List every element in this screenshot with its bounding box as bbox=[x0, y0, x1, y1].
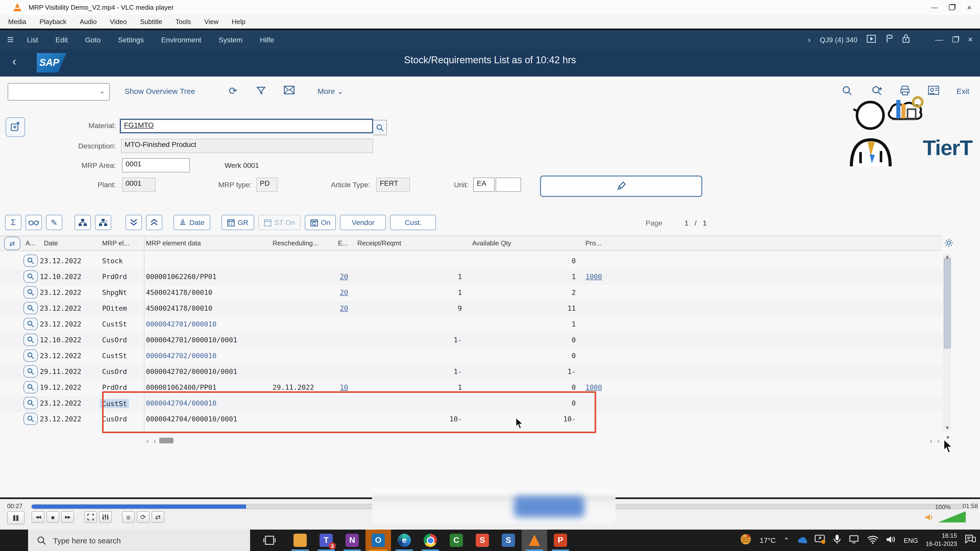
vendor-button[interactable]: Vendor bbox=[340, 215, 386, 230]
cell-pro-link[interactable]: 1000 bbox=[585, 383, 602, 391]
extended-settings-button[interactable] bbox=[99, 511, 112, 523]
gui-play-icon[interactable] bbox=[867, 35, 876, 44]
next-button[interactable]: ▶▶ bbox=[61, 511, 74, 523]
cell-mrp-element-data[interactable]: 0000042701/000010/0001 bbox=[146, 336, 237, 344]
language-indicator[interactable]: ENG bbox=[904, 537, 918, 544]
sap-menu-hilfe[interactable]: Hilfe bbox=[260, 35, 274, 44]
page-down-button[interactable] bbox=[126, 215, 142, 230]
cust-button[interactable]: Cust. bbox=[390, 215, 436, 230]
task-view-icon[interactable] bbox=[263, 534, 275, 548]
vlc-menu-audio[interactable]: Audio bbox=[80, 18, 97, 25]
microphone-icon[interactable] bbox=[834, 534, 841, 546]
expand-chevron-icon[interactable]: › bbox=[808, 35, 811, 44]
date-button[interactable]: Date bbox=[173, 215, 210, 230]
taskbar-app-edge[interactable]: e bbox=[391, 530, 417, 551]
loop-button[interactable]: ⟳ bbox=[137, 511, 150, 523]
horizontal-scrollbar-thumb[interactable] bbox=[159, 438, 173, 443]
row-details-magnifier-icon[interactable] bbox=[24, 365, 38, 378]
cell-mrp-element-data[interactable]: 000001062260/PP01 bbox=[146, 272, 216, 281]
row-details-magnifier-icon[interactable] bbox=[24, 270, 38, 283]
material-value-help-icon[interactable] bbox=[373, 120, 387, 135]
col-header-pro[interactable]: Pro... bbox=[585, 239, 601, 247]
exit-button[interactable]: Exit bbox=[956, 87, 969, 95]
taskbar-app-onenote[interactable]: N bbox=[339, 530, 365, 551]
taskbar-app-teams[interactable]: T3 bbox=[313, 530, 339, 551]
previous-button[interactable]: ◀◀ bbox=[32, 511, 45, 523]
action-center-icon[interactable] bbox=[965, 534, 976, 546]
minimize-icon[interactable]: — bbox=[927, 3, 942, 12]
taskbar-app-vlc[interactable] bbox=[522, 530, 547, 551]
print-icon[interactable] bbox=[900, 86, 911, 98]
cell-exception-link[interactable]: 20 bbox=[331, 288, 348, 297]
vlc-menu-subtitle[interactable]: Subtitle bbox=[140, 18, 162, 25]
taskbar-app-camtasia[interactable]: C bbox=[444, 530, 469, 551]
onedrive-icon[interactable] bbox=[797, 535, 807, 545]
cell-mrp-element[interactable]: Stock bbox=[102, 257, 123, 265]
sum-button[interactable]: Σ bbox=[5, 215, 21, 230]
restore-icon[interactable] bbox=[944, 3, 959, 12]
user-list-icon[interactable] bbox=[928, 86, 939, 98]
vlc-menu-media[interactable]: Media bbox=[8, 18, 26, 25]
volume-slider[interactable] bbox=[938, 511, 966, 522]
vlc-menu-help[interactable]: Help bbox=[232, 18, 245, 25]
row-details-magnifier-icon[interactable] bbox=[24, 254, 38, 267]
col-header-receipt-reqmt[interactable]: Receipt/Reqmt bbox=[357, 239, 401, 247]
page-up-button[interactable] bbox=[146, 215, 162, 230]
taskbar-app-snagit[interactable]: S bbox=[469, 530, 495, 551]
taskbar-app-powerpoint[interactable]: P bbox=[548, 530, 573, 551]
row-details-magnifier-icon[interactable] bbox=[24, 302, 38, 314]
search-icon[interactable] bbox=[842, 86, 853, 98]
taskbar-app-outlook[interactable]: O bbox=[366, 530, 391, 551]
cell-mrp-element[interactable]: CustSt bbox=[102, 320, 127, 328]
row-details-magnifier-icon[interactable] bbox=[24, 397, 38, 409]
show-overview-tree-button[interactable]: Show Overview Tree bbox=[124, 87, 195, 95]
cell-mrp-element[interactable]: CusOrd bbox=[102, 367, 127, 375]
vlc-menu-video[interactable]: Video bbox=[110, 18, 127, 25]
refresh-list-button[interactable]: ⇄ bbox=[4, 237, 21, 250]
row-details-magnifier-icon[interactable] bbox=[24, 286, 38, 299]
st-on-button[interactable]: ST On bbox=[258, 215, 301, 230]
clock[interactable]: 16:15 16-01-2023 bbox=[926, 532, 957, 548]
taskbar-app-chrome[interactable] bbox=[417, 530, 443, 551]
weather-icon[interactable] bbox=[740, 533, 752, 548]
vlc-menu-tools[interactable]: Tools bbox=[176, 18, 191, 25]
refresh-icon[interactable]: ⟳ bbox=[229, 85, 237, 97]
cell-mrp-element-data[interactable]: 0000042701/000010 bbox=[146, 320, 216, 328]
taskbar-app-file-explorer[interactable] bbox=[287, 530, 313, 551]
cell-exception-link[interactable]: 10 bbox=[331, 383, 348, 391]
vertical-scrollbar-thumb[interactable] bbox=[944, 258, 951, 348]
sap-menu-edit[interactable]: Edit bbox=[56, 35, 68, 44]
cell-mrp-element[interactable]: CustSt bbox=[102, 351, 127, 360]
temperature[interactable]: 17°C bbox=[760, 536, 776, 545]
hierarchy-up-button[interactable] bbox=[75, 215, 91, 230]
hscroll-right2-icon[interactable]: › bbox=[937, 437, 939, 445]
sap-menu-environment[interactable]: Environment bbox=[161, 35, 201, 44]
search-more-icon[interactable] bbox=[872, 86, 883, 98]
cell-mrp-element-data[interactable]: 000001062400/PP01 bbox=[146, 383, 216, 391]
row-details-magnifier-icon[interactable] bbox=[24, 333, 38, 346]
col-header-e[interactable]: E... bbox=[338, 239, 348, 247]
fullscreen-button[interactable] bbox=[84, 511, 97, 523]
display-icon[interactable] bbox=[849, 535, 860, 546]
hscroll-left-icon[interactable]: ‹ bbox=[146, 437, 149, 445]
close-icon[interactable]: × bbox=[962, 3, 977, 12]
edit-pencil-button[interactable]: ✎ bbox=[46, 215, 62, 230]
playlist-button[interactable]: ≡ bbox=[122, 511, 135, 523]
hamburger-icon[interactable]: ≡ bbox=[7, 34, 14, 45]
sap-restore-icon[interactable] bbox=[953, 35, 959, 44]
cell-mrp-element-data[interactable]: 4500024178/00010 bbox=[146, 304, 212, 312]
col-header-mrp-element-data[interactable]: MRP element data bbox=[146, 239, 201, 247]
mail-icon[interactable] bbox=[284, 86, 294, 97]
vlc-menu-view[interactable]: View bbox=[204, 18, 218, 25]
sap-menu-list[interactable]: List bbox=[27, 35, 38, 44]
row-details-magnifier-icon[interactable] bbox=[24, 318, 38, 330]
vlc-menu-playback[interactable]: Playback bbox=[40, 18, 67, 25]
pause-button[interactable] bbox=[7, 511, 24, 524]
sap-minimize-icon[interactable]: — bbox=[935, 35, 943, 44]
more-button[interactable]: More ⌄ bbox=[318, 87, 344, 96]
volume-icon[interactable] bbox=[925, 513, 933, 524]
stop-button[interactable]: ■ bbox=[46, 511, 59, 523]
hscroll-left2-icon[interactable]: ‹ bbox=[930, 437, 932, 445]
sap-menu-goto[interactable]: Goto bbox=[85, 35, 101, 44]
col-header-date[interactable]: Date bbox=[44, 239, 58, 247]
